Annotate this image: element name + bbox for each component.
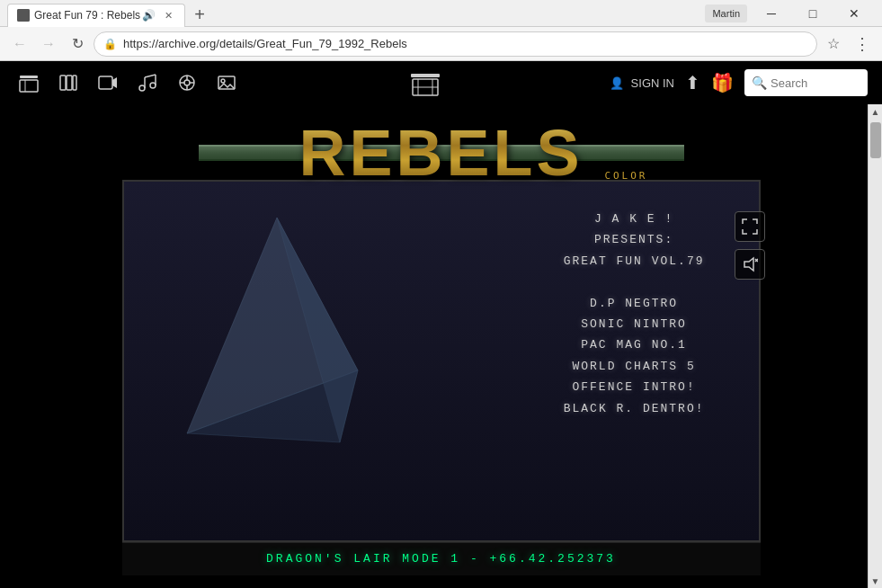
archive-software-icon[interactable] bbox=[173, 68, 201, 97]
archive-books-icon[interactable] bbox=[54, 68, 83, 97]
svg-rect-1 bbox=[20, 76, 38, 78]
screen-text: J A K E ! PRESENTS: GREAT FUN VOL.79 D.P… bbox=[564, 209, 705, 419]
title-bar: Great Fun 79 : Rebels 🔊 ✕ + Martin ─ □ ✕ bbox=[0, 0, 882, 27]
svg-point-21 bbox=[221, 79, 225, 83]
bottom-status-text: DRAGON'S LAIR MODE 1 - +66.42.252373 bbox=[266, 552, 616, 566]
screen-content: J A K E ! PRESENTS: GREAT FUN VOL.79 D.P… bbox=[124, 182, 759, 540]
svg-line-13 bbox=[145, 75, 156, 77]
archive-web-icon[interactable] bbox=[14, 68, 43, 97]
svg-rect-6 bbox=[73, 76, 76, 90]
donate-button[interactable]: 🎁 bbox=[711, 72, 734, 94]
tab-close-button[interactable]: ✕ bbox=[161, 8, 175, 22]
screen-line-2: PRESENTS: bbox=[564, 229, 705, 250]
screen-line-9: OFFENCE INTRO! bbox=[564, 377, 705, 397]
svg-rect-22 bbox=[411, 74, 440, 77]
archive-video-icon[interactable] bbox=[94, 68, 122, 97]
screen-line-6: SONIC NINTRO bbox=[564, 314, 705, 334]
signin-area[interactable]: 👤 SIGN IN bbox=[610, 76, 674, 90]
person-icon: 👤 bbox=[610, 76, 624, 90]
scroll-thumb[interactable] bbox=[870, 122, 881, 158]
fullscreen-button[interactable] bbox=[735, 211, 765, 242]
svg-point-10 bbox=[150, 83, 156, 88]
screen-line-1: J A K E ! bbox=[564, 209, 705, 229]
screen-line-10: BLACK R. DENTRO! bbox=[564, 398, 705, 419]
reload-button[interactable]: ↻ bbox=[65, 31, 90, 57]
back-button[interactable]: ← bbox=[7, 31, 32, 57]
svg-rect-2 bbox=[20, 80, 38, 92]
mute-button[interactable] bbox=[735, 249, 765, 280]
tab-title: Great Fun 79 : Rebels bbox=[34, 9, 140, 22]
bookmark-button[interactable]: ☆ bbox=[821, 31, 846, 57]
archive-logo[interactable] bbox=[407, 65, 443, 101]
scrollbar: ▲ ▼ bbox=[868, 104, 882, 588]
screen-line-5: D.P NEGTRO bbox=[564, 293, 705, 314]
archive-toolbar: 👤 SIGN IN ⬆ 🎁 🔍 bbox=[0, 61, 882, 104]
search-icon: 🔍 bbox=[752, 76, 767, 90]
screen-line-3: GREAT FUN VOL.79 bbox=[564, 251, 705, 272]
emulator-screen: J A K E ! PRESENTS: GREAT FUN VOL.79 D.P… bbox=[122, 180, 761, 542]
tab-audio-icon[interactable]: 🔊 bbox=[142, 9, 156, 22]
search-input[interactable] bbox=[771, 76, 860, 90]
player-controls bbox=[735, 211, 765, 280]
url-input[interactable] bbox=[123, 37, 806, 50]
close-button[interactable]: ✕ bbox=[833, 0, 875, 27]
menu-button[interactable]: ⋮ bbox=[850, 31, 875, 57]
scroll-up-button[interactable]: ▲ bbox=[869, 104, 883, 119]
geometric-shape bbox=[178, 209, 376, 464]
svg-marker-30 bbox=[744, 258, 753, 271]
user-badge: Martin bbox=[705, 4, 747, 22]
screen-line-7: PAC MAG NO.1 bbox=[564, 334, 705, 355]
tab-favicon bbox=[17, 9, 30, 22]
signin-label: SIGN IN bbox=[631, 76, 674, 90]
svg-point-15 bbox=[184, 80, 190, 85]
lock-icon: 🔒 bbox=[103, 38, 117, 50]
minimize-button[interactable]: ─ bbox=[751, 0, 792, 27]
tab-container: Great Fun 79 : Rebels 🔊 ✕ + bbox=[7, 0, 705, 27]
archive-audio-icon[interactable] bbox=[133, 68, 162, 97]
navigation-bar: ← → ↻ 🔒 ☆ ⋮ bbox=[0, 27, 882, 61]
bottom-bar: DRAGON'S LAIR MODE 1 - +66.42.252373 bbox=[122, 542, 761, 575]
forward-button[interactable]: → bbox=[36, 31, 61, 57]
upload-button[interactable]: ⬆ bbox=[685, 72, 700, 94]
svg-rect-5 bbox=[67, 76, 72, 90]
search-area[interactable]: 🔍 bbox=[744, 69, 868, 96]
rebels-logo: REBELS COLOR bbox=[217, 117, 666, 189]
archive-images-icon[interactable] bbox=[212, 68, 241, 97]
main-content: REBELS COLOR J A K E ! PRESENTS: G bbox=[0, 104, 882, 588]
address-bar[interactable]: 🔒 bbox=[94, 31, 817, 57]
svg-rect-0 bbox=[17, 9, 30, 22]
svg-rect-4 bbox=[60, 76, 66, 90]
svg-rect-7 bbox=[99, 76, 112, 89]
svg-point-9 bbox=[139, 85, 145, 91]
player-container: REBELS COLOR J A K E ! PRESENTS: G bbox=[109, 117, 774, 575]
screen-line-4 bbox=[564, 272, 705, 292]
rebels-title: REBELS bbox=[298, 116, 583, 190]
scroll-down-button[interactable]: ▼ bbox=[869, 574, 883, 588]
active-tab[interactable]: Great Fun 79 : Rebels 🔊 ✕ bbox=[7, 4, 185, 27]
new-tab-button[interactable]: + bbox=[185, 4, 214, 27]
color-label: COLOR bbox=[604, 170, 647, 182]
screen-line-8: WORLD CHARTS 5 bbox=[564, 356, 705, 377]
maximize-button[interactable]: □ bbox=[792, 0, 833, 27]
